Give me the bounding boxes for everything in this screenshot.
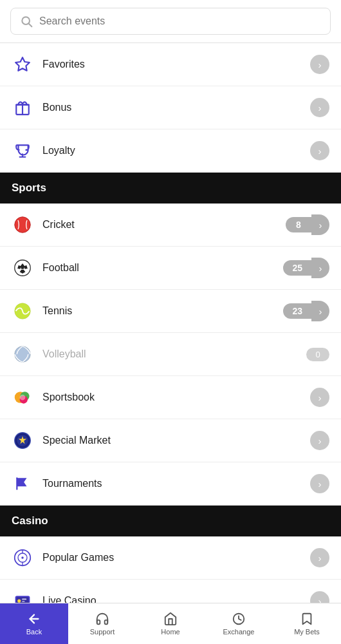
arrow-left-icon bbox=[27, 612, 41, 626]
search-input-wrapper[interactable] bbox=[10, 8, 331, 35]
bottom-nav: Back Support Home Exchange bbox=[0, 603, 341, 644]
football-count: 25 bbox=[283, 260, 311, 276]
tournaments-chevron[interactable]: › bbox=[310, 474, 329, 493]
svg-rect-32 bbox=[22, 601, 24, 602]
search-icon bbox=[20, 15, 33, 28]
volleyball-label: Volleyball bbox=[42, 348, 306, 360]
search-input[interactable] bbox=[39, 15, 321, 27]
svg-rect-31 bbox=[22, 599, 26, 600]
clock-icon bbox=[232, 612, 246, 626]
svg-marker-2 bbox=[15, 57, 30, 71]
cricket-chevron-btn[interactable]: › bbox=[311, 214, 329, 235]
bonus-chevron[interactable]: › bbox=[310, 98, 329, 117]
main-content: Favorites › Bonus › bbox=[0, 43, 341, 644]
trophy-icon bbox=[12, 140, 33, 162]
casino-section-header: Casino bbox=[0, 506, 341, 536]
football-label: Football bbox=[42, 262, 283, 274]
cricket-badge[interactable]: 8 › bbox=[286, 214, 329, 235]
nav-item-support[interactable]: Support bbox=[68, 603, 136, 644]
search-bar bbox=[0, 0, 341, 43]
volleyball-count: 0 bbox=[306, 348, 329, 361]
bookmark-icon bbox=[300, 612, 314, 626]
nav-item-exchange[interactable]: Exchange bbox=[205, 603, 273, 644]
nav-label-back: Back bbox=[26, 628, 42, 636]
menu-item-loyalty[interactable]: Loyalty › bbox=[0, 129, 341, 173]
special-market-label: Special Market bbox=[42, 435, 310, 446]
menu-item-tournaments[interactable]: Tournaments › bbox=[0, 462, 341, 506]
loyalty-chevron-btn[interactable]: › bbox=[310, 141, 329, 160]
cricket-label: Cricket bbox=[42, 219, 286, 231]
tennis-chevron-btn[interactable]: › bbox=[311, 301, 329, 321]
nav-item-my-bets[interactable]: My Bets bbox=[273, 603, 341, 644]
nav-label-home: Home bbox=[161, 628, 180, 636]
nav-item-home[interactable]: Home bbox=[136, 603, 205, 644]
sportsbook-chevron[interactable]: › bbox=[310, 388, 329, 407]
football-badge[interactable]: 25 › bbox=[283, 258, 329, 278]
popular-games-chevron-btn[interactable]: › bbox=[310, 548, 329, 567]
headset-icon bbox=[95, 612, 109, 626]
nav-label-support: Support bbox=[90, 628, 115, 636]
favorites-chevron[interactable]: › bbox=[310, 55, 329, 74]
svg-point-25 bbox=[21, 556, 24, 559]
menu-item-cricket[interactable]: Cricket 8 › bbox=[0, 204, 341, 247]
sports-section-label: Sports bbox=[12, 182, 46, 194]
popular-games-label: Popular Games bbox=[42, 552, 310, 564]
nav-label-exchange: Exchange bbox=[223, 628, 255, 636]
special-market-chevron-btn[interactable]: › bbox=[310, 431, 329, 450]
special-market-icon bbox=[12, 430, 33, 451]
football-chevron-btn[interactable]: › bbox=[311, 258, 329, 278]
top-menu-list: Favorites › Bonus › bbox=[0, 43, 341, 173]
sportsbook-icon bbox=[12, 386, 33, 408]
home-icon bbox=[163, 612, 178, 626]
tournaments-chevron-btn[interactable]: › bbox=[310, 474, 329, 493]
menu-item-tennis[interactable]: Tennis 23 › bbox=[0, 290, 341, 333]
loyalty-label: Loyalty bbox=[42, 145, 310, 156]
sports-section-header: Sports bbox=[0, 173, 341, 204]
menu-item-sportsbook[interactable]: Sportsbook › bbox=[0, 376, 341, 419]
menu-item-special-market[interactable]: Special Market › bbox=[0, 419, 341, 462]
popular-games-icon bbox=[12, 547, 33, 569]
nav-label-my-bets: My Bets bbox=[294, 628, 320, 636]
gift-icon bbox=[12, 97, 33, 118]
svg-line-1 bbox=[29, 24, 32, 27]
menu-item-football[interactable]: Football 25 › bbox=[0, 247, 341, 290]
sportsbook-label: Sportsbook bbox=[42, 392, 310, 403]
tournaments-label: Tournaments bbox=[42, 478, 310, 489]
menu-item-volleyball[interactable]: Volleyball 0 bbox=[0, 333, 341, 376]
cricket-ball-icon bbox=[12, 214, 33, 236]
nav-item-back[interactable]: Back bbox=[0, 603, 68, 644]
loyalty-chevron[interactable]: › bbox=[310, 141, 329, 160]
favorites-chevron-btn[interactable]: › bbox=[310, 55, 329, 74]
cricket-count: 8 bbox=[286, 217, 311, 232]
svg-point-30 bbox=[17, 599, 21, 602]
sportsbook-chevron-btn[interactable]: › bbox=[310, 388, 329, 407]
menu-item-popular-games[interactable]: Popular Games › bbox=[0, 536, 341, 580]
tennis-badge[interactable]: 23 › bbox=[283, 301, 329, 321]
menu-item-favorites[interactable]: Favorites › bbox=[0, 43, 341, 86]
casino-section-label: Casino bbox=[12, 515, 48, 527]
football-icon bbox=[12, 257, 33, 279]
bonus-chevron-btn[interactable]: › bbox=[310, 98, 329, 117]
popular-games-chevron[interactable]: › bbox=[310, 548, 329, 567]
special-market-chevron[interactable]: › bbox=[310, 431, 329, 450]
menu-item-bonus[interactable]: Bonus › bbox=[0, 86, 341, 129]
bonus-label: Bonus bbox=[42, 102, 310, 113]
flag-icon bbox=[12, 473, 33, 495]
sports-menu-list: Cricket 8 › Football 25 › bbox=[0, 204, 341, 506]
volleyball-icon bbox=[12, 343, 33, 365]
star-icon bbox=[12, 53, 33, 75]
svg-point-18 bbox=[20, 395, 26, 401]
favorites-label: Favorites bbox=[42, 59, 310, 70]
volleyball-badge: 0 bbox=[306, 348, 329, 361]
tennis-ball-icon bbox=[12, 300, 33, 322]
tennis-label: Tennis bbox=[42, 305, 283, 317]
tennis-count: 23 bbox=[283, 303, 311, 319]
